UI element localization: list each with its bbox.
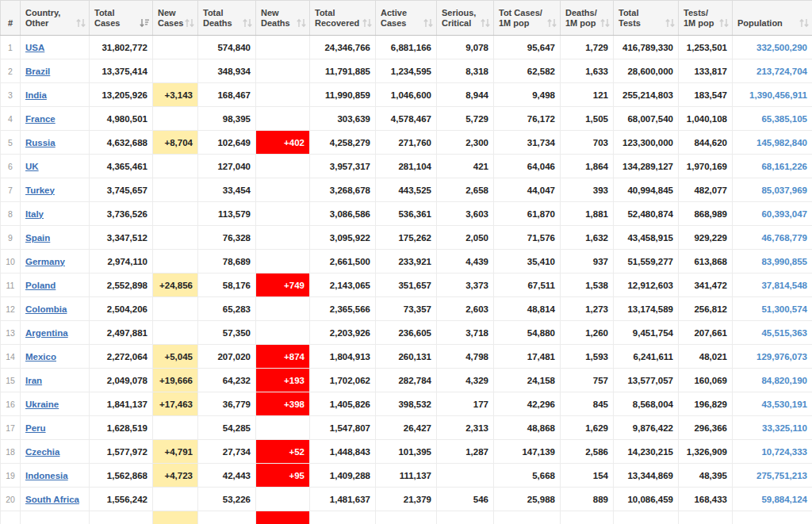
- cell-new-deaths: [256, 511, 310, 524]
- country-link[interactable]: Brazil: [25, 67, 50, 76]
- country-link[interactable]: Czechia: [25, 447, 59, 457]
- cell-tests-per-1m: 482,077: [679, 178, 733, 202]
- cell-rank: [1, 511, 21, 524]
- population-link[interactable]: 84,820,190: [761, 376, 807, 385]
- cell-total-cases: 2,497,881: [90, 321, 153, 345]
- population-link[interactable]: 37,814,548: [761, 281, 807, 290]
- sort-both-icon: [362, 18, 373, 28]
- country-link[interactable]: Colombia: [25, 304, 67, 314]
- country-link[interactable]: Mexico: [25, 352, 56, 361]
- cell-cases-per-1m: 48,814: [494, 297, 561, 321]
- cell-population: 10,724,333: [733, 440, 812, 464]
- country-link[interactable]: Turkey: [25, 186, 55, 195]
- country-link[interactable]: UK: [25, 162, 39, 171]
- cell-new-deaths: +95: [256, 464, 310, 488]
- column-header-total-tests[interactable]: TotalTests: [614, 1, 679, 36]
- cell-total-deaths: 168,467: [198, 83, 256, 107]
- cell-country: Peru: [21, 416, 90, 440]
- population-link[interactable]: 129,976,073: [756, 352, 807, 361]
- column-header-new-deaths[interactable]: NewDeaths: [256, 1, 310, 36]
- cell-country: Czechia: [21, 440, 90, 464]
- cell-country: UK: [21, 155, 90, 178]
- population-link[interactable]: 83,990,855: [761, 257, 807, 266]
- country-link[interactable]: Poland: [25, 281, 56, 290]
- population-link[interactable]: 33,325,110: [762, 423, 807, 433]
- population-link[interactable]: 213,724,704: [756, 67, 807, 76]
- cell-total-deaths: 207,020: [198, 345, 256, 369]
- population-link[interactable]: 145,982,840: [756, 138, 807, 147]
- population-link[interactable]: 275,751,213: [756, 471, 807, 480]
- country-link[interactable]: Russia: [25, 138, 56, 147]
- cell-total-recovered: 11,791,885: [310, 59, 376, 83]
- population-link[interactable]: 59,884,124: [761, 495, 807, 504]
- column-header-total-deaths[interactable]: TotalDeaths: [198, 1, 256, 36]
- cell-new-cases: [153, 226, 198, 250]
- country-link[interactable]: France: [25, 114, 56, 124]
- population-link[interactable]: 85,037,969: [761, 186, 807, 195]
- column-header-cases-per-1m[interactable]: Tot Cases/1M pop: [494, 1, 561, 36]
- column-header-tests-per-1m[interactable]: Tests/1M pop: [679, 1, 733, 36]
- cell-new-deaths: +874: [256, 345, 310, 369]
- table-row: 1USA31,802,772574,84024,346,7666,881,166…: [1, 36, 812, 59]
- cell-cases-per-1m: 95,647: [494, 36, 561, 59]
- country-link[interactable]: Germany: [25, 257, 65, 266]
- cell-cases-per-1m: 64,046: [494, 155, 561, 178]
- country-link[interactable]: Spain: [25, 233, 50, 243]
- cell-active-cases: 536,361: [376, 202, 437, 226]
- cell-tests-per-1m: 844,620: [679, 131, 733, 155]
- country-link[interactable]: Ukraine: [25, 400, 59, 409]
- country-link[interactable]: Peru: [25, 423, 46, 433]
- country-link[interactable]: Argentina: [25, 328, 68, 338]
- population-link[interactable]: 10,724,333: [761, 447, 807, 457]
- cell-total-tests: 13,577,057: [614, 369, 679, 392]
- population-link[interactable]: 68,161,226: [761, 162, 807, 171]
- cell-serious-critical: 2,313: [437, 416, 494, 440]
- population-link[interactable]: 65,385,105: [761, 114, 807, 124]
- country-link[interactable]: USA: [25, 43, 44, 52]
- country-link[interactable]: Indonesia: [25, 471, 68, 480]
- sort-both-icon: [599, 18, 611, 28]
- cell-total-cases: 1,562,868: [90, 464, 153, 488]
- country-link[interactable]: India: [25, 90, 47, 100]
- cell-population: 84,820,190: [733, 369, 812, 392]
- column-header-active-cases[interactable]: ActiveCases: [376, 1, 437, 36]
- cell-total-recovered: 2,365,566: [310, 297, 376, 321]
- population-link[interactable]: 46,768,779: [761, 233, 807, 243]
- column-header-deaths-per-1m[interactable]: Deaths/1M pop: [561, 1, 614, 36]
- population-link[interactable]: 51,300,574: [761, 304, 807, 314]
- cell-cases-per-1m: 44,047: [494, 178, 561, 202]
- cell-total-cases: 3,347,512: [90, 226, 153, 250]
- column-header-population[interactable]: Population: [733, 1, 812, 36]
- column-header-country[interactable]: Country,Other: [21, 1, 90, 36]
- cell-tests-per-1m: 1,040,108: [679, 107, 733, 131]
- cell-deaths-per-1m: 1,729: [561, 36, 614, 59]
- column-header-rank: #: [1, 1, 21, 36]
- cell-serious-critical: 3,603: [437, 202, 494, 226]
- cell-total-recovered: 3,086,586: [310, 202, 376, 226]
- table-row: 20South Africa1,556,24253,2261,481,63721…: [1, 488, 812, 511]
- population-link[interactable]: 45,515,363: [761, 328, 807, 338]
- population-link[interactable]: 43,530,191: [761, 400, 807, 409]
- cell-tests-per-1m: 48,021: [679, 345, 733, 369]
- cell-rank: 14: [1, 345, 21, 369]
- column-header-total-cases[interactable]: TotalCases: [90, 1, 153, 36]
- country-link[interactable]: South Africa: [25, 495, 79, 504]
- column-header-new-cases[interactable]: NewCases: [153, 1, 198, 36]
- column-header-serious-critical[interactable]: Serious,Critical: [437, 1, 494, 36]
- cell-total-deaths: 113,579: [198, 202, 256, 226]
- country-link[interactable]: Iran: [25, 376, 42, 385]
- cell-total-tests: 14,230,215: [614, 440, 679, 464]
- population-link[interactable]: 332,500,290: [756, 43, 807, 52]
- cell-serious-critical: 5,729: [437, 107, 494, 131]
- cell-active-cases: [376, 511, 437, 524]
- column-header-total-recovered[interactable]: TotalRecovered: [310, 1, 376, 36]
- cell-rank: 3: [1, 83, 21, 107]
- population-link[interactable]: 60,393,047: [761, 209, 807, 219]
- cell-serious-critical: 4,798: [437, 345, 494, 369]
- cell-new-cases: [153, 155, 198, 178]
- cell-cases-per-1m: 31,734: [494, 131, 561, 155]
- sort-both-icon: [546, 18, 557, 28]
- cell-total-cases: 3,745,657: [90, 178, 153, 202]
- population-link[interactable]: 1,390,456,911: [749, 90, 807, 100]
- country-link[interactable]: Italy: [25, 209, 44, 219]
